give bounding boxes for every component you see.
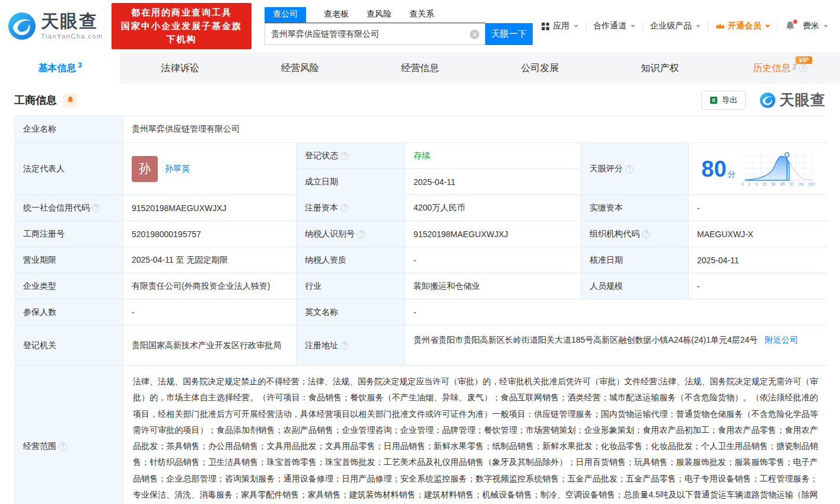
reg-capital-value: 4200万人民币 [405,195,581,221]
reg-status-label: 登记状态 [297,143,405,169]
nav-partner-label: 合作通道 [593,21,626,31]
company-tab-bar: 基本信息 3 法律诉讼 经营风险 经营信息 公司发展 知识产权 历史信息 2 V… [0,52,840,84]
tab-basic-info-label: 基本信息 [38,62,76,75]
nav-enterprise-label: 企业级产品 [650,21,692,31]
search-tab-boss[interactable]: 查老板 [324,7,349,23]
business-scope-label: 经营范围 [15,366,123,504]
taxpayer-quality-label: 纳税人资质 [297,247,405,273]
score-chart-axis: 0 1 3 15 50 85 97 99 100 [742,182,815,186]
tianyancha-logo-icon [8,12,36,40]
tab-development-label: 公司发展 [521,62,559,75]
search-input[interactable] [265,23,485,45]
insured-count-value: - [123,299,297,326]
score-value: 80 [701,157,726,181]
export-button[interactable]: 导出 [701,91,746,110]
credit-code-label: 统一社会信用代码 [15,195,123,221]
apps-grid-icon [541,22,550,31]
staff-size-value: - [689,273,828,299]
taxpayer-id-label-text: 纳税人识别号 [305,229,355,240]
score-cell[interactable]: 80分 [689,143,828,195]
tick: 50 [771,182,776,186]
help-icon[interactable] [357,230,365,238]
divider [642,22,643,30]
tick: 100 [808,182,815,186]
establish-date-value: 2025-04-11 [405,169,581,195]
tab-history-info[interactable]: 历史信息 2 VIP [720,52,840,84]
taxpayer-quality-value: - [405,247,581,273]
legal-rep-link[interactable]: 孙翠英 [165,164,190,174]
help-icon[interactable] [341,204,349,212]
nearby-companies-link[interactable]: 附近公司 [765,335,798,344]
help-icon[interactable] [341,152,349,160]
chevron-down-icon [574,25,578,28]
tab-company-development[interactable]: 公司发展 [480,52,600,84]
tab-legal-proceedings[interactable]: 法律诉讼 [120,52,240,84]
logo-domain: TianYanCha.com [41,33,103,40]
org-code-label-text: 组织机构代码 [590,229,639,240]
tick: 97 [790,182,794,186]
approval-date-label: 核准日期 [581,247,689,273]
clear-search-icon[interactable]: ✕ [470,30,479,39]
help-icon[interactable] [59,442,67,451]
reg-address-text: 贵州省贵阳市贵阳高新区长岭街道阳关大道185号高新区融创数据小镇A24栋(24)… [413,335,758,344]
taxpayer-id-label: 纳税人识别号 [297,221,405,247]
staff-size-label: 人员规模 [581,273,689,299]
english-name-label: 英文名称 [297,299,405,326]
header: 天眼查 TianYanCha.com 都在用的商业查询工具 国家中小企业发展子基… [0,0,840,52]
reg-address-value: 贵州省贵阳市贵阳高新区长岭街道阳关大道185号高新区融创数据小镇A24栋(24)… [405,326,828,366]
tab-intellectual-property[interactable]: 知识产权 [600,52,720,84]
legal-rep-cell: 孙 孙翠英 [123,143,297,195]
business-info-section-header: 工商信息 导出 天眼查 [0,84,840,116]
tab-basic-info[interactable]: 基本信息 3 [0,52,120,84]
insured-count-label: 参保人数 [15,299,123,326]
help-icon[interactable] [625,165,634,173]
reg-authority-value: 贵阳国家高新技术产业开发区行政审批局 [123,326,297,366]
company-name-label: 企业名称 [15,116,123,143]
nav-open-membership[interactable]: 开通会员 [715,21,770,31]
help-icon[interactable] [642,230,650,238]
divider [586,22,586,30]
help-icon[interactable] [341,342,349,350]
tick: 99 [798,182,803,186]
nav-user-menu[interactable]: 费米 [803,21,828,31]
tab-ip-label: 知识产权 [641,62,679,75]
org-code-label: 组织机构代码 [581,221,689,247]
chevron-down-icon [696,25,701,28]
chevron-down-icon [631,25,635,28]
search-button[interactable]: 天眼一下 [485,23,533,45]
username: 费米 [803,21,819,31]
notifications-button[interactable] [785,21,796,31]
tab-operating-risk[interactable]: 经营风险 [240,52,360,84]
notification-dot [793,20,797,24]
tianyancha-logo[interactable]: 天眼查 TianYanCha.com [8,12,103,40]
help-icon[interactable] [92,204,100,212]
divider [777,22,778,30]
chevron-down-icon [823,25,828,28]
score-label-text: 天眼评分 [590,164,623,174]
reg-status-label-text: 登记状态 [305,151,338,161]
english-name-value: - [405,299,828,326]
nav-partner-channel[interactable]: 合作通道 [593,21,635,31]
vip-badge: VIP [796,56,812,64]
search-tab-relation[interactable]: 查关系 [409,7,434,23]
search-tab-risk[interactable]: 查风险 [367,7,392,23]
business-term-label: 营业期限 [15,247,123,273]
nav-apps[interactable]: 应用 [541,21,578,31]
header-nav: 应用 合作通道 企业级产品 开通会员 费米 [541,21,832,31]
industry-value: 装卸搬运和仓储业 [405,273,581,299]
promo-banner: 都在用的商业查询工具 国家中小企业发展子基金旗下机构 [112,3,252,49]
help-icon[interactable] [799,64,807,72]
search-block: 查公司 查老板 查风险 查关系 ✕ 天眼一下 [265,7,533,45]
search-tab-company[interactable]: 查公司 [265,7,306,23]
tab-operating-info[interactable]: 经营信息 [360,52,480,84]
credit-code-label-text: 统一社会信用代码 [23,203,90,213]
legal-rep-avatar[interactable]: 孙 [132,156,158,182]
tick: 1 [748,182,750,186]
reg-capital-label-text: 注册资本 [305,203,338,213]
company-type-label: 企业类型 [15,273,123,299]
tab-operating-label: 经营信息 [401,62,439,75]
subscribe-alert-button[interactable] [63,93,77,107]
bell-icon [66,96,74,104]
nav-enterprise-products[interactable]: 企业级产品 [650,21,701,31]
export-label: 导出 [722,95,737,106]
